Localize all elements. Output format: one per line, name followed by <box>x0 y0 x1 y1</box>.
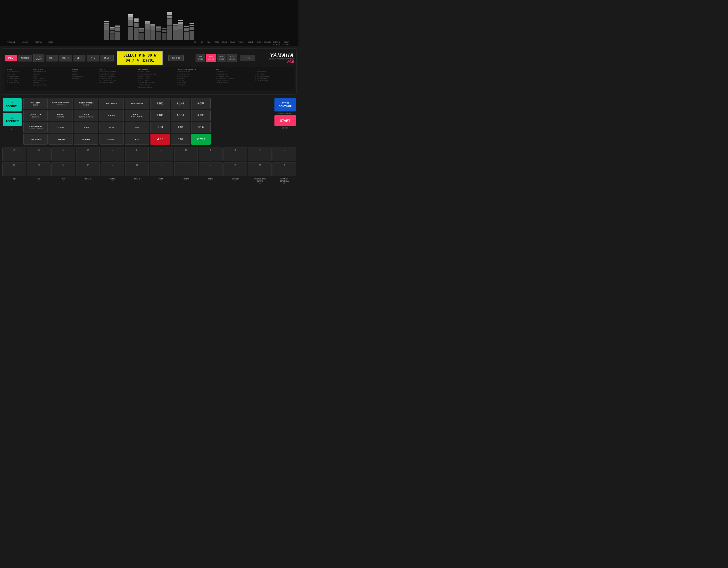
tom3-label: TOM3 <box>229 41 236 45</box>
run-button[interactable]: RUN <box>240 55 255 61</box>
crash-label: CRASH <box>264 41 271 45</box>
pad-f[interactable]: F <box>125 147 149 161</box>
accent2-button[interactable]: Z ACCENT 2 <box>3 113 22 126</box>
rev-button[interactable]: REV <box>87 55 99 61</box>
edit-voice-func-button[interactable]: EDIT VOICE <box>99 98 124 109</box>
midi-sync-button[interactable]: MIDISYNC <box>206 54 216 62</box>
num7-button[interactable]: 7 1/32 <box>150 98 170 109</box>
accent1-button[interactable]: Y ACCENT 1 <box>3 98 22 111</box>
lcd-line2: 04 / 4 :bar01 <box>120 58 160 63</box>
song-button[interactable]: SONG <box>18 55 32 61</box>
pad-x[interactable]: X <box>273 162 296 176</box>
cassette-button[interactable]: CASSETTE CARTRIDGE <box>125 110 149 121</box>
pad-i[interactable]: I <box>199 147 222 161</box>
pad-n[interactable]: N <box>27 162 50 176</box>
pad-r[interactable]: R <box>125 162 149 176</box>
cart-button[interactable]: CART <box>59 55 72 61</box>
pad-g[interactable]: G <box>150 147 173 161</box>
stop-continue-button[interactable]: STOP/CONTINUE <box>274 98 296 111</box>
multi-button[interactable]: MULTI <box>168 55 183 61</box>
start-button[interactable]: START <box>274 115 296 126</box>
num3-button[interactable]: 3 1/8 <box>191 122 211 133</box>
num0-button[interactable]: 0 1/2 <box>171 134 190 145</box>
func-buttons-grid: PATTERN SONG REAL TIME WRITE EDIT SONG S… <box>23 98 98 145</box>
pad-d[interactable]: D <box>76 147 100 161</box>
sync-button[interactable]: SYNC <box>99 122 124 133</box>
pad-p[interactable]: P <box>76 162 100 176</box>
quantize-button[interactable]: QUANTIZE DELETE <box>23 110 48 121</box>
instrument-label-row: BD 1 SD 2 RIM 3 TOM 1 4 TOM 2 5 TOM 3 6 … <box>2 177 296 185</box>
job-button[interactable]: JOB <box>125 134 149 145</box>
num1-button[interactable]: 1 1/4 <box>150 122 170 133</box>
key-assign-button[interactable]: KEY ASSIGN <box>125 98 149 109</box>
main-button-section: Y ACCENT 1 Z ACCENT 2 ↔ PATTERN SONG REA… <box>0 97 298 146</box>
pad-e[interactable]: E <box>101 147 124 161</box>
chain-button[interactable]: CHAIN <box>99 110 124 121</box>
shkr-label: SHKR CWBEL <box>282 41 291 45</box>
volume-label: VOLUME <box>7 41 16 43</box>
pad-c[interactable]: C <box>51 147 75 161</box>
tempo-button[interactable]: TEMPO <box>74 134 98 145</box>
pad-k[interactable]: K <box>248 147 272 161</box>
num8-button[interactable]: 8 1/48 <box>171 98 190 109</box>
plus1-button[interactable]: +1 YES <box>191 134 211 145</box>
eg-info: 06 EG VELOCITY 07 GATE TIME 08 DEVICE NU… <box>255 69 292 88</box>
pad-s[interactable]: S <box>150 162 173 176</box>
num5-button[interactable]: 5 1/16 <box>171 110 190 121</box>
ptn-button[interactable]: PTN <box>5 55 17 61</box>
pad-w[interactable]: W <box>248 162 272 176</box>
damp-func-button[interactable]: · DAMP <box>49 134 73 145</box>
num9-button[interactable]: 9 OFF <box>191 98 211 109</box>
realtime-write-button[interactable]: REAL TIME WRITE EDIT SONG <box>49 98 73 109</box>
midi-func-button[interactable]: MIDI <box>125 122 149 133</box>
midi-mode-button[interactable]: MIDI <box>74 55 85 61</box>
cassette-info: CASSETTE/CARTRIDGE 07 SAVE KEY DATA 08 L… <box>177 69 214 88</box>
rim-label: RIM <box>206 41 212 45</box>
num2-button[interactable]: 2 1/6 <box>171 122 190 133</box>
ext-sync-button[interactable]: EXTSYNC <box>227 54 237 62</box>
bd-inst-label: BD 1 <box>2 178 26 184</box>
reverse-button[interactable]: ⌐ REVERSE <box>23 134 48 145</box>
tape-sync-button[interactable]: TAPESYNC <box>217 54 226 62</box>
tom1-label: TOM1 <box>213 41 220 45</box>
sd-inst-label: SD 2 <box>27 178 50 184</box>
swing-button[interactable]: SWING REPEAT <box>49 110 73 121</box>
shift-compare-label: SHIFT/COMPARE <box>278 112 292 114</box>
copy-button[interactable]: COPY <box>74 122 98 133</box>
ride-label: RIDE <box>255 41 263 45</box>
pad-u[interactable]: U <box>199 162 222 176</box>
ride-inst-label: RIDE 9 <box>199 178 222 184</box>
num6-button[interactable]: 6 1/24 <box>191 110 211 121</box>
lcd-display: SELECT PTN 00 w 04 / 4 :bar01 <box>117 51 163 65</box>
utility-button[interactable]: UTILITY <box>99 134 124 145</box>
tom2-inst-label: TOM 2 5 <box>101 178 124 184</box>
pad-h[interactable]: H <box>174 147 198 161</box>
tom3-inst-label: TOM 3 6 <box>125 178 149 184</box>
tempo-label: TEMPO <box>35 41 41 43</box>
edit-pattern-button[interactable]: EDIT PATTERN VOLUME CHANGE <box>23 122 48 133</box>
pad-v[interactable]: V <box>223 162 247 176</box>
pad-q[interactable]: Q <box>101 162 124 176</box>
pad-l[interactable]: L <box>273 147 296 161</box>
step-write-button[interactable]: STEP WRITE INSERT <box>74 98 98 109</box>
vu-labels-row: VOLUME CLICK TEMPO DATA BD SD RIM TOM1 T… <box>5 40 294 46</box>
num4-button[interactable]: 4 1/12 <box>150 110 170 121</box>
minus1-button[interactable]: -1 NO <box>150 134 170 145</box>
pad-j[interactable]: J <box>223 147 247 161</box>
pad-row-1: A B C D E F G H I J K L <box>2 147 296 161</box>
accent2-label: ACCENT 2 <box>5 120 19 123</box>
pad-b[interactable]: B <box>27 147 50 161</box>
pattern-song-button[interactable]: PATTERN SONG <box>23 98 48 109</box>
edit-voice-button[interactable]: EDITVOICE <box>33 54 44 62</box>
yamaha-subtitle: DIGITAL RHYTHM PROGRAMMER <box>260 58 294 60</box>
click-tempo-button[interactable]: CLICK TEMPO CHANGE <box>74 110 98 121</box>
bd-label: BD <box>192 41 198 45</box>
pad-t[interactable]: T <box>174 162 198 176</box>
int-sync-button[interactable]: INTSYNC <box>196 54 205 62</box>
clear-button[interactable]: CLEAR <box>49 122 73 133</box>
pad-o[interactable]: O <box>51 162 75 176</box>
pad-m[interactable]: M <box>2 162 26 176</box>
pad-a[interactable]: A <box>2 147 26 161</box>
damp-button[interactable]: DAMP <box>100 55 114 61</box>
cas-button[interactable]: CAS <box>46 55 58 61</box>
